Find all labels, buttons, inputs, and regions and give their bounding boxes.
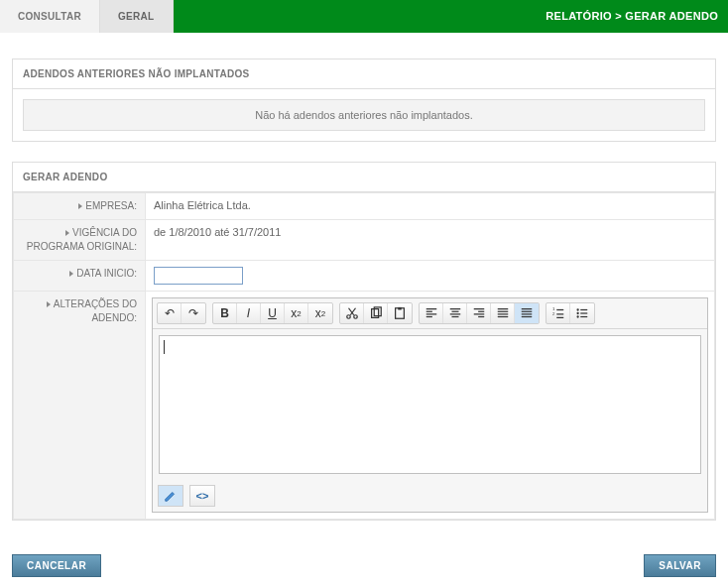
panel-generate-addendum: GERAR ADENDO EMPRESA: Alinha Elétrica Lt… bbox=[12, 162, 716, 521]
copy-icon[interactable] bbox=[364, 303, 388, 323]
underline-icon[interactable]: U bbox=[261, 303, 285, 323]
main-content: ADENDOS ANTERIORES NÃO IMPLANTADOS Não h… bbox=[0, 33, 728, 587]
italic-icon[interactable]: I bbox=[237, 303, 261, 323]
redo-icon[interactable]: ↷ bbox=[182, 303, 205, 323]
svg-point-33 bbox=[576, 308, 578, 310]
svg-point-34 bbox=[576, 312, 578, 314]
action-bar: CANCELAR SALVAR bbox=[0, 550, 728, 577]
label-empresa: EMPRESA: bbox=[14, 193, 146, 220]
justify-highlighted-icon[interactable] bbox=[515, 303, 539, 323]
subscript-icon[interactable]: x2 bbox=[285, 303, 308, 323]
value-vigencia: de 1/8/2010 até 31/7/2011 bbox=[146, 220, 715, 261]
svg-point-0 bbox=[346, 315, 350, 319]
save-button[interactable]: SALVAR bbox=[644, 554, 716, 577]
data-inicio-input[interactable] bbox=[154, 267, 243, 285]
tab-geral[interactable]: GERAL bbox=[100, 0, 174, 33]
svg-point-35 bbox=[576, 315, 578, 317]
panel-previous-addenda: ADENDOS ANTERIORES NÃO IMPLANTADOS Não h… bbox=[12, 59, 716, 142]
align-left-icon[interactable] bbox=[420, 303, 443, 323]
label-alteracoes: ALTERAÇÕES DO ADENDO: bbox=[14, 292, 146, 520]
cut-icon[interactable] bbox=[340, 303, 364, 323]
justify-icon[interactable] bbox=[491, 303, 515, 323]
source-mode-icon[interactable]: <> bbox=[189, 485, 215, 507]
value-empresa: Alinha Elétrica Ltda. bbox=[146, 193, 715, 220]
cancel-button[interactable]: CANCELAR bbox=[12, 554, 101, 577]
editor-content[interactable] bbox=[159, 335, 701, 474]
align-right-icon[interactable] bbox=[467, 303, 491, 323]
bold-icon[interactable]: B bbox=[213, 303, 237, 323]
unordered-list-icon[interactable] bbox=[570, 303, 594, 323]
svg-point-1 bbox=[353, 315, 357, 319]
undo-icon[interactable]: ↶ bbox=[158, 303, 182, 323]
panel-generate-title: GERAR ADENDO bbox=[13, 163, 715, 192]
panel-previous-title: ADENDOS ANTERIORES NÃO IMPLANTADOS bbox=[13, 59, 715, 89]
rich-text-editor: ↶ ↷ B I U x2 x2 bbox=[152, 297, 708, 513]
tab-consultar[interactable]: CONSULTAR bbox=[0, 0, 100, 33]
svg-rect-7 bbox=[398, 307, 402, 310]
label-data-inicio: DATA INICIO: bbox=[14, 261, 146, 292]
ordered-list-icon[interactable]: 12 bbox=[546, 303, 570, 323]
align-center-icon[interactable] bbox=[443, 303, 467, 323]
label-vigencia: VIGÊNCIA DO PROGRAMA ORIGINAL: bbox=[14, 220, 146, 261]
paste-icon[interactable] bbox=[388, 303, 412, 323]
design-mode-icon[interactable] bbox=[158, 485, 183, 507]
top-bar: CONSULTAR GERAL RELATÓRIO > GERAR ADENDO bbox=[0, 0, 728, 33]
svg-text:2: 2 bbox=[551, 311, 554, 316]
app-root: CONSULTAR GERAL RELATÓRIO > GERAR ADENDO… bbox=[0, 0, 728, 587]
empty-message: Não há adendos anteriores não implantado… bbox=[23, 99, 705, 131]
breadcrumb: RELATÓRIO > GERAR ADENDO bbox=[546, 0, 718, 33]
superscript-icon[interactable]: x2 bbox=[308, 303, 332, 323]
editor-toolbar: ↶ ↷ B I U x2 x2 bbox=[153, 298, 707, 329]
